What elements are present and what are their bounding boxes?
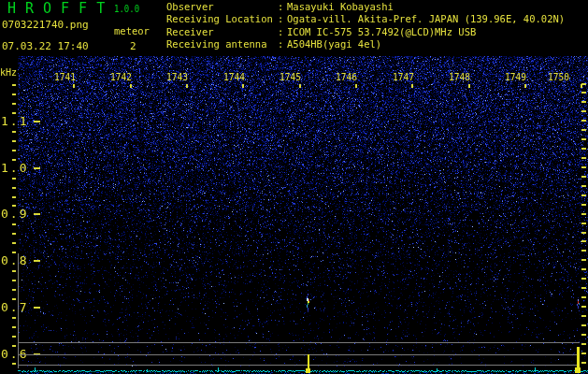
y-axis-minor-tick xyxy=(12,242,16,244)
y-axis-label: 0.9 xyxy=(1,208,28,220)
y-axis-minor-tick xyxy=(12,187,16,189)
x-axis-tick xyxy=(468,84,470,88)
right-axis-tick xyxy=(581,232,586,234)
right-axis-tick xyxy=(581,250,586,252)
info-value: A504HB(yagi 4el) xyxy=(287,38,381,50)
y-axis-minor-tick xyxy=(12,326,16,328)
meteor-echo xyxy=(308,303,308,305)
right-axis-tick xyxy=(581,287,586,289)
right-axis-tick xyxy=(581,352,586,354)
info-colon: : xyxy=(278,27,287,37)
x-axis-tick xyxy=(73,84,75,88)
right-axis-tick xyxy=(581,362,586,364)
info-row: Receiving antenna:A504HB(yagi 4el) xyxy=(166,39,565,51)
info-value: Ogata-vill. Akita-Pref. JAPAN (139.96E, … xyxy=(287,13,565,24)
y-axis-minor-tick xyxy=(12,223,16,225)
x-axis-label: 1750 xyxy=(548,73,569,82)
y-axis-major-tick xyxy=(34,121,40,122)
info-label: Observer xyxy=(166,2,278,12)
info-colon: : xyxy=(278,39,287,50)
right-axis-tick xyxy=(581,334,586,336)
y-axis-minor-tick xyxy=(12,150,16,151)
y-axis-minor-tick xyxy=(12,336,16,338)
right-axis-tick xyxy=(581,296,586,298)
y-axis-label: 1.1 xyxy=(1,115,28,127)
app-title: HROFFT xyxy=(7,2,114,16)
khz-unit-label: kHz xyxy=(0,68,17,78)
right-axis-tick xyxy=(581,157,586,159)
right-axis-tick xyxy=(581,148,586,150)
y-axis-major-tick xyxy=(34,307,40,309)
meteor-echo xyxy=(308,310,308,312)
right-axis-tick xyxy=(581,213,586,215)
x-axis-tick xyxy=(186,84,188,88)
y-axis-major-tick xyxy=(34,260,40,262)
y-axis-minor-tick xyxy=(12,345,16,347)
grid-line xyxy=(19,342,580,343)
meteor-echo xyxy=(308,294,308,295)
y-axis-minor-tick xyxy=(12,84,16,86)
info-row: Receiving Location:Ogata-vill. Akita-Pre… xyxy=(166,14,565,26)
x-axis-label: 1743 xyxy=(166,73,188,82)
x-axis-label: 1746 xyxy=(336,73,357,82)
y-axis-minor-tick xyxy=(12,252,16,253)
y-axis-minor-tick xyxy=(12,317,16,319)
right-axis-tick xyxy=(581,110,586,112)
y-axis-minor-tick xyxy=(12,280,16,281)
y-axis-minor-tick xyxy=(12,103,16,105)
x-axis-label: 1749 xyxy=(505,73,526,82)
info-label: Receiving Location xyxy=(166,14,278,24)
signal-spike-base xyxy=(575,367,581,373)
mode-label: meteor xyxy=(114,26,150,36)
y-axis-minor-tick xyxy=(12,289,16,291)
grid-line xyxy=(19,365,580,366)
meteor-count: 2 xyxy=(130,41,136,51)
datetime-label: 07.03.22 17:40 xyxy=(2,41,89,51)
x-axis-label: 1741 xyxy=(54,73,76,82)
x-axis-label: 1742 xyxy=(110,73,132,82)
right-axis-tick xyxy=(581,268,586,270)
x-axis-label: 1748 xyxy=(449,73,470,82)
spectrogram-noise-canvas xyxy=(0,0,588,374)
output-filename: 0703221740.png xyxy=(2,20,89,30)
info-label: Receiving antenna xyxy=(166,39,278,50)
right-axis-tick xyxy=(581,101,586,103)
meteor-echo xyxy=(578,306,579,309)
right-axis-tick xyxy=(581,185,586,187)
right-axis-tick xyxy=(581,176,586,178)
info-row: Observer:Masayuki Kobayashi xyxy=(166,2,565,14)
right-axis-tick xyxy=(581,306,586,308)
y-axis-minor-tick xyxy=(12,205,16,207)
y-axis-major-tick xyxy=(34,213,40,215)
right-axis-tick xyxy=(581,120,586,122)
info-value: Masayuki Kobayashi xyxy=(287,1,394,12)
right-axis-tick xyxy=(581,166,586,168)
y-axis-minor-tick xyxy=(12,298,16,300)
x-axis-label: 1744 xyxy=(223,73,245,82)
app-version: 1.0.0 xyxy=(114,5,139,14)
right-axis-tick xyxy=(581,240,586,242)
meteor-echo xyxy=(579,303,580,305)
info-colon: : xyxy=(278,2,287,12)
info-value: ICOM IC-575 53.7492(@LCD)MHz USB xyxy=(287,26,476,37)
x-axis-tick xyxy=(411,84,413,88)
y-axis-minor-tick xyxy=(12,131,16,133)
right-axis-tick xyxy=(581,324,586,326)
y-axis-minor-tick xyxy=(12,233,16,235)
y-axis-major-tick xyxy=(34,167,40,169)
y-axis-minor-tick xyxy=(12,112,16,114)
info-label: Receiver xyxy=(166,27,278,37)
right-axis-tick xyxy=(581,92,586,94)
x-axis-tick xyxy=(524,84,526,88)
right-axis-tick xyxy=(581,204,586,206)
right-axis-tick xyxy=(581,83,586,85)
right-axis-tick xyxy=(581,223,586,224)
info-row: Receiver:ICOM IC-575 53.7492(@LCD)MHz US… xyxy=(166,27,565,39)
x-axis-label: 1745 xyxy=(280,73,301,82)
grid-line xyxy=(19,354,580,355)
right-axis-tick xyxy=(581,343,586,345)
y-axis-minor-tick xyxy=(12,196,16,198)
y-axis-label: 0.7 xyxy=(1,301,28,313)
y-axis-minor-tick xyxy=(12,140,16,142)
y-axis-minor-tick xyxy=(12,270,16,272)
